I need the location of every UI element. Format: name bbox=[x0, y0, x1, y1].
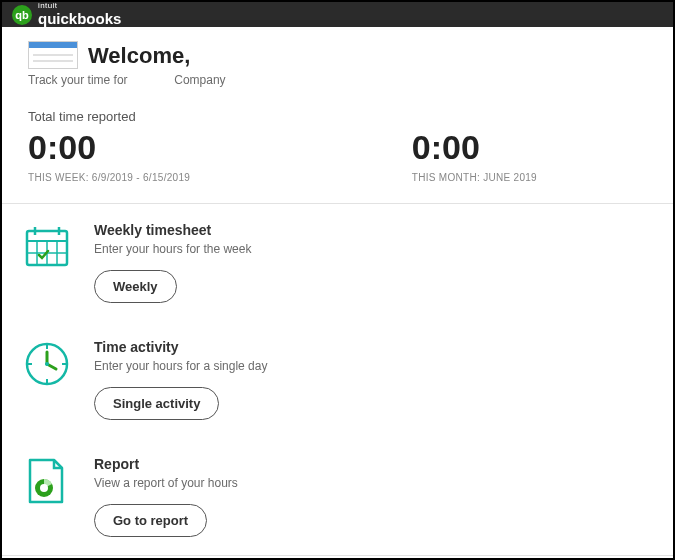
clock-icon bbox=[22, 339, 72, 389]
time-activity-section: Time activity Enter your hours for a sin… bbox=[2, 321, 673, 438]
go-to-report-button[interactable]: Go to report bbox=[94, 504, 207, 537]
report-section: Report View a report of your hours Go to… bbox=[2, 438, 673, 555]
single-title: Time activity bbox=[94, 339, 653, 355]
calendar-week-icon bbox=[22, 222, 72, 272]
svg-point-17 bbox=[40, 484, 48, 492]
time-summary: Total time reported 0:00 THIS WEEK: 6/9/… bbox=[2, 95, 673, 203]
welcome-title: Welcome, bbox=[88, 43, 340, 68]
timesheet-thumbnail-icon bbox=[28, 41, 78, 69]
month-total-value: 0:00 bbox=[412, 130, 647, 164]
main-content: Welcome, Track your time for Company Tot… bbox=[2, 27, 673, 555]
logo-glyph: qb bbox=[15, 9, 28, 21]
summary-label-spacer bbox=[412, 109, 647, 124]
report-title: Report bbox=[94, 456, 653, 472]
weekly-title: Weekly timesheet bbox=[94, 222, 653, 238]
footer: © 2019 Intuit. All rights reserved. Priv… bbox=[2, 555, 673, 560]
week-range-label: THIS WEEK: 6/9/2019 - 6/15/2019 bbox=[28, 172, 412, 183]
subtitle-suffix: Company bbox=[174, 73, 225, 87]
report-icon bbox=[22, 456, 72, 506]
subtitle-prefix: Track your time for bbox=[28, 73, 128, 87]
brand-product: quickbooks bbox=[38, 10, 121, 27]
summary-label: Total time reported bbox=[28, 109, 412, 124]
welcome-subtitle: Track your time for Company bbox=[28, 73, 647, 87]
month-range-label: THIS MONTH: JUNE 2019 bbox=[412, 172, 647, 183]
brand-intuit: intuit bbox=[38, 2, 121, 10]
single-desc: Enter your hours for a single day bbox=[94, 359, 653, 373]
brand-text: intuit quickbooks bbox=[38, 2, 121, 27]
weekly-button[interactable]: Weekly bbox=[94, 270, 177, 303]
single-activity-button[interactable]: Single activity bbox=[94, 387, 219, 420]
welcome-block: Welcome, Track your time for Company bbox=[2, 27, 673, 95]
app-header: qb intuit quickbooks bbox=[2, 2, 673, 27]
svg-point-11 bbox=[45, 362, 49, 366]
weekly-timesheet-section: Weekly timesheet Enter your hours for th… bbox=[2, 204, 673, 321]
quickbooks-logo-icon: qb bbox=[12, 5, 32, 25]
weekly-desc: Enter your hours for the week bbox=[94, 242, 653, 256]
week-total-value: 0:00 bbox=[28, 130, 412, 164]
welcome-prefix: Welcome bbox=[88, 43, 184, 68]
report-desc: View a report of your hours bbox=[94, 476, 653, 490]
redacted-name bbox=[190, 47, 340, 69]
